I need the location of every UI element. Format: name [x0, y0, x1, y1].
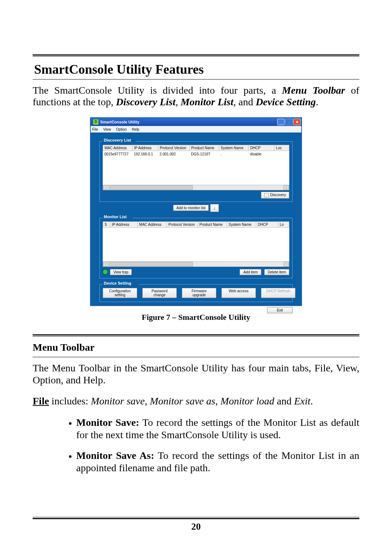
window-controls: _ □ ✕ — [277, 119, 301, 125]
exit-row: Exit — [91, 307, 293, 313]
intro-i3: Device Setting — [256, 96, 316, 107]
discovery-actions: Discovery — [103, 192, 289, 198]
intro-t4: . — [316, 96, 318, 107]
mcol-pn[interactable]: Product Name — [198, 221, 227, 227]
menu-option[interactable]: Option — [116, 127, 127, 131]
col-ip[interactable]: IP Address — [132, 145, 158, 151]
b1-bold: Monitor Save: — [76, 417, 139, 428]
mcol-s[interactable]: S — [103, 221, 110, 227]
add-item-button[interactable]: Add item — [240, 269, 261, 275]
mcol-lo[interactable]: Lo — [278, 221, 289, 227]
file-t2: and — [274, 395, 294, 407]
app-content: Discovery List MAC Address IP Address Pr… — [91, 133, 301, 302]
mcol-sn[interactable]: System Name — [227, 221, 256, 227]
sub-rule-thin — [33, 336, 359, 337]
device-actions: Configuration setting Password change Fi… — [103, 288, 289, 298]
exit-button[interactable]: Exit — [267, 307, 293, 313]
file-t3: . — [310, 395, 313, 407]
cell-sn: . — [219, 151, 248, 157]
discovery-checkbox-icon — [264, 193, 269, 197]
title-bar[interactable]: D SmartConsole Utility _ □ ✕ — [91, 118, 301, 126]
col-pn[interactable]: Product Name — [189, 145, 219, 151]
intro-t1: The SmartConsole Utility is divided into… — [33, 85, 282, 96]
monitor-actions: View trap Add item Delete item — [103, 269, 289, 275]
bullet-monitor-save: Monitor Save: To record the settings of … — [76, 416, 359, 441]
password-change-button[interactable]: Password change — [142, 288, 177, 298]
col-dhcp[interactable]: DHCP — [249, 145, 274, 151]
intro-c1: , — [175, 96, 180, 107]
discovery-grid: MAC Address IP Address Protocol Version … — [103, 145, 289, 185]
discovery-list-group: Discovery List MAC Address IP Address Pr… — [99, 141, 293, 201]
menu-view[interactable]: View — [103, 127, 111, 131]
intro-t3: , and — [233, 96, 256, 107]
intro-b1: Menu Toolbar — [282, 85, 345, 96]
title-underline — [33, 79, 359, 80]
scroll-right-icon[interactable]: › — [283, 185, 289, 190]
discovery-button[interactable]: Discovery — [261, 192, 289, 198]
footer-rule-thin — [33, 517, 359, 517]
app-window: D SmartConsole Utility _ □ ✕ File View O… — [90, 117, 302, 306]
firmware-upgrade-button[interactable]: Firmware upgrade — [182, 288, 216, 298]
monitor-header-row: S IP Address MAC Address Protocol Versio… — [103, 221, 289, 227]
delete-item-button[interactable]: Delete item — [264, 269, 289, 275]
mscroll-left-icon[interactable]: ‹ — [103, 262, 109, 266]
file-i2: Monitor save as — [150, 395, 215, 407]
cell-dhcp: disable — [249, 151, 274, 157]
monitor-table[interactable]: S IP Address MAC Address Protocol Versio… — [103, 221, 289, 228]
cell-loc — [274, 151, 289, 157]
scroll-thumb[interactable] — [109, 185, 193, 190]
dhcp-refresh-button[interactable]: DHCP Refresh — [261, 288, 295, 298]
file-underline: File — [33, 395, 49, 407]
document-page: SmartConsole Utility Features The SmartC… — [0, 0, 392, 554]
file-t1: includes: — [49, 395, 91, 407]
monitor-hscroll[interactable]: ‹ › — [103, 261, 289, 267]
col-pv[interactable]: Protocol Version — [158, 145, 189, 151]
file-i3: Monitor load — [220, 395, 274, 407]
arrow-down-icon[interactable]: ↓ — [210, 204, 219, 212]
add-to-monitor-row: Add to monitor list ↓ — [99, 204, 293, 212]
discovery-row[interactable]: 0015e9777727 192.168.0.1 2.001.002 DGS-1… — [103, 151, 289, 157]
add-to-monitor-button[interactable]: Add to monitor list — [173, 205, 209, 211]
mscroll-thumb[interactable] — [109, 262, 193, 266]
col-sn[interactable]: System Name — [219, 145, 248, 151]
scroll-left-icon[interactable]: ‹ — [103, 185, 109, 190]
mcol-dhcp[interactable]: DHCP — [256, 221, 278, 227]
mcol-ip[interactable]: IP Address — [110, 221, 138, 227]
monitor-grid: S IP Address MAC Address Protocol Versio… — [103, 221, 289, 261]
col-mac[interactable]: MAC Address — [103, 145, 132, 151]
cell-ip: 192.168.0.1 — [132, 151, 158, 157]
menu-help[interactable]: Help — [132, 127, 139, 131]
figure-caption: Figure 7 – SmartConsole Utility — [33, 313, 359, 322]
status-dot-icon — [103, 269, 108, 274]
top-rule-thick — [33, 54, 359, 56]
close-button[interactable]: ✕ — [293, 119, 301, 125]
monitor-list-group: Monitor List S IP Address MAC Address Pr… — [99, 218, 293, 278]
cell-pv: 2.001.002 — [158, 151, 189, 157]
cell-pn: DGS-1216T — [189, 151, 219, 157]
menu-file[interactable]: File — [92, 127, 98, 131]
mscroll-right-icon[interactable]: › — [283, 262, 289, 266]
mcol-pv[interactable]: Protocol Version — [167, 221, 198, 227]
intro-i2: Monitor List — [180, 96, 233, 107]
discovery-legend: Discovery List — [103, 138, 132, 142]
top-rule-thin — [33, 56, 359, 57]
minimize-button[interactable]: _ — [277, 119, 285, 125]
b2-bold: Monitor Save As: — [76, 450, 154, 461]
window-title: SmartConsole Utility — [100, 120, 139, 124]
mcol-mac[interactable]: MAC Address — [138, 221, 167, 227]
device-setting-group: Device Setting Configuration setting Pas… — [99, 284, 293, 302]
file-c2: , — [215, 395, 220, 407]
file-i1: Monitor save — [91, 395, 145, 407]
discovery-hscroll[interactable]: ‹ › — [103, 185, 289, 190]
configuration-setting-button[interactable]: Configuration setting — [103, 288, 137, 298]
file-line: File includes: Monitor save, Monitor sav… — [33, 395, 359, 407]
bullet-monitor-save-as: Monitor Save As: To record the settings … — [76, 449, 359, 474]
web-access-button[interactable]: Web access — [221, 288, 256, 298]
file-c1: , — [145, 395, 150, 407]
intro-i1: Discovery List — [116, 96, 175, 107]
file-i4: Exit — [294, 395, 310, 407]
maximize-button[interactable]: □ — [285, 119, 293, 125]
view-trap-button[interactable]: View trap — [110, 269, 132, 275]
col-loc[interactable]: Loc — [274, 145, 289, 151]
discovery-table[interactable]: MAC Address IP Address Protocol Version … — [103, 145, 289, 157]
